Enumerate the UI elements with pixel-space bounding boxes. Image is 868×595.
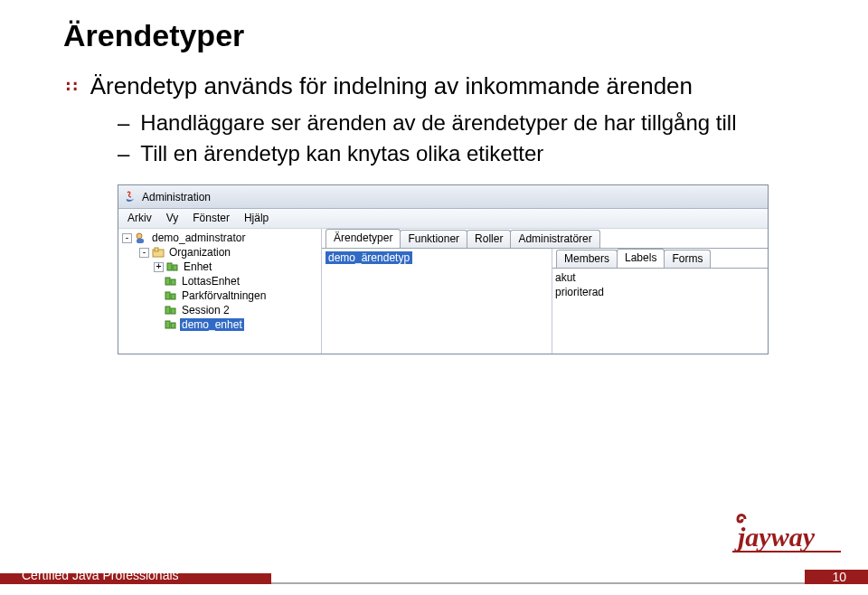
jayway-logo: jayway xyxy=(732,512,841,559)
tree-item-demo-enhet[interactable]: demo_enhet xyxy=(118,317,321,332)
svg-rect-1 xyxy=(137,239,144,243)
menu-hjalp[interactable]: Hjälp xyxy=(237,209,276,228)
slide-footer: Certified Java Professionals 10 xyxy=(0,561,868,595)
tab-labels[interactable]: Labels xyxy=(617,249,665,268)
expand-icon[interactable]: + xyxy=(154,262,164,272)
detail-tabs: Members Labels Forms xyxy=(552,249,768,269)
collapse-icon[interactable]: - xyxy=(122,233,132,243)
tree-label: Organization xyxy=(167,246,232,259)
tree-item-park[interactable]: Parkförvaltningen xyxy=(118,288,321,303)
tree-org[interactable]: - Organization xyxy=(118,245,321,260)
slide-title: Ärendetyper xyxy=(63,18,823,53)
svg-rect-10 xyxy=(165,307,170,314)
tab-forms[interactable]: Forms xyxy=(664,250,711,268)
admin-app-window: Administration Arkiv Vy Fönster Hjälp - … xyxy=(118,184,769,354)
label-item-akut[interactable]: akut xyxy=(555,271,765,286)
unit-icon xyxy=(165,276,177,287)
collapse-icon[interactable]: - xyxy=(139,248,149,258)
sub-bullet-text: Till en ärendetyp kan knytas olika etike… xyxy=(140,139,543,168)
type-list-item[interactable]: demo_ärendetyp xyxy=(322,250,552,265)
tree-label: demo_adminstrator xyxy=(150,231,247,244)
menu-bar: Arkiv Vy Fönster Hjälp xyxy=(118,209,768,229)
tree-label: Enhet xyxy=(182,260,213,273)
window-title-bar[interactable]: Administration xyxy=(118,185,768,209)
menu-fonster[interactable]: Fönster xyxy=(185,209,237,228)
sub-bullet: – Till en ärendetyp kan knytas olika eti… xyxy=(118,139,823,168)
footer-text: Certified Java Professionals xyxy=(22,568,179,582)
dash-icon: – xyxy=(118,109,129,137)
label-item-prioriterad[interactable]: prioriterad xyxy=(555,286,765,300)
svg-rect-5 xyxy=(173,265,177,270)
bullet-row: :: Ärendetyp används för indelning av in… xyxy=(63,71,823,101)
menu-arkiv[interactable]: Arkiv xyxy=(120,209,159,228)
sub-bullet-text: Handläggare ser ärenden av de ärendetype… xyxy=(140,109,736,137)
tree-label: LottasEnhet xyxy=(180,275,241,288)
dash-icon: – xyxy=(118,139,129,168)
svg-rect-3 xyxy=(155,248,158,251)
unit-icon xyxy=(165,305,177,316)
svg-rect-8 xyxy=(165,292,170,299)
type-item-label: demo_ärendetyp xyxy=(326,251,412,264)
tree-label: Session 2 xyxy=(180,304,231,316)
svg-rect-4 xyxy=(167,263,172,270)
label-list: akut prioriterad xyxy=(552,269,768,303)
detail-pane: Members Labels Forms akut prioriterad xyxy=(552,249,768,354)
right-pane: Ärendetyper Funktioner Roller Administra… xyxy=(322,229,768,354)
type-list-pane: demo_ärendetyp xyxy=(322,249,552,354)
menu-vy[interactable]: Vy xyxy=(159,209,186,228)
tab-roller[interactable]: Roller xyxy=(467,230,511,248)
tree-label: Parkförvaltningen xyxy=(180,289,268,302)
bullet-marker-icon: :: xyxy=(63,71,78,99)
svg-rect-13 xyxy=(171,323,175,328)
tab-arendetyper[interactable]: Ärendetyper xyxy=(326,229,401,248)
tab-members[interactable]: Members xyxy=(556,250,618,268)
user-icon xyxy=(135,232,147,243)
main-tabs: Ärendetyper Funktioner Roller Administra… xyxy=(322,229,768,249)
svg-rect-9 xyxy=(171,294,175,299)
unit-icon xyxy=(165,290,177,301)
tab-funktioner[interactable]: Funktioner xyxy=(400,230,467,248)
tree-item-lottas[interactable]: LottasEnhet xyxy=(118,274,321,288)
java-icon xyxy=(124,190,137,204)
sub-bullet: – Handläggare ser ärenden av de ärendety… xyxy=(118,109,823,137)
svg-rect-11 xyxy=(171,308,175,314)
tab-administratorer[interactable]: Administratörer xyxy=(510,230,599,248)
tree-root[interactable]: - demo_adminstrator xyxy=(118,231,321,245)
unit-icon xyxy=(166,261,179,272)
unit-icon xyxy=(165,319,177,330)
svg-rect-7 xyxy=(171,279,175,285)
bullet-main-text: Ärendetyp används för indelning av inkom… xyxy=(90,71,693,101)
org-icon xyxy=(152,247,165,258)
tree-label: demo_enhet xyxy=(180,318,244,331)
tree-item-enhet[interactable]: + Enhet xyxy=(118,260,321,274)
tree-pane: - demo_adminstrator - Organization xyxy=(118,229,322,354)
svg-rect-12 xyxy=(165,321,170,328)
tree-item-session2[interactable]: Session 2 xyxy=(118,303,321,317)
window-title: Administration xyxy=(142,191,211,203)
svg-rect-6 xyxy=(165,278,170,285)
svg-point-0 xyxy=(137,233,142,239)
logo-text: jayway xyxy=(734,522,816,552)
page-number: 10 xyxy=(832,570,846,584)
